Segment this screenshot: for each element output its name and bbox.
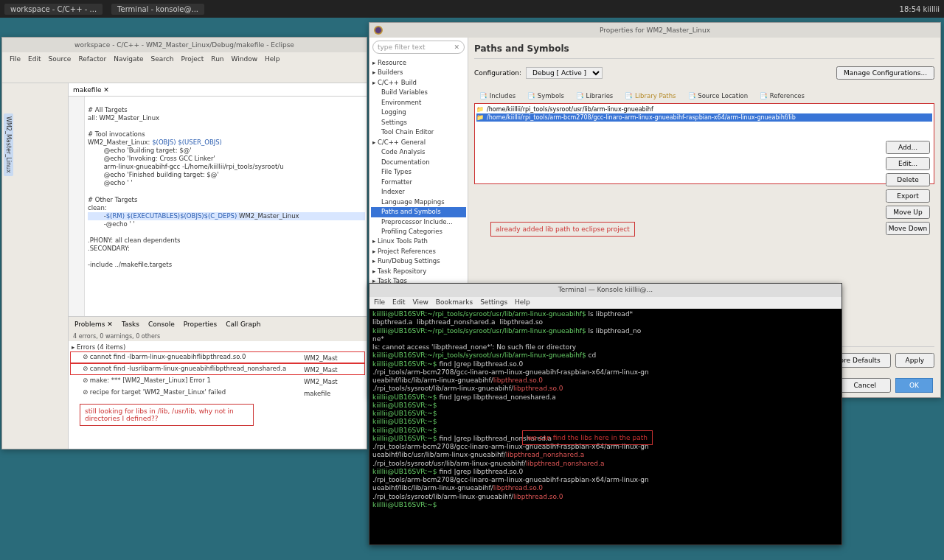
bottom-tabs[interactable]: Problems ✕TasksConsolePropertiesCall Gra… [69, 317, 367, 332]
tree-builders[interactable]: ▸ Builders [371, 68, 466, 77]
tree-task-repository[interactable]: ▸ Task Repository [371, 267, 466, 276]
edit-button[interactable]: Edit... [886, 157, 930, 170]
eclipse-window: workspace - C/C++ - WM2_Master_Linux/Deb… [1, 37, 367, 449]
terminal-window: Terminal — Konsole kiillii@... FileEditV… [369, 283, 842, 545]
eclipse-menubar[interactable]: FileEditSourceRefactorNavigateSearchProj… [2, 52, 367, 66]
term-menu-bookmarks[interactable]: Bookmarks [436, 298, 473, 307]
problems-pane: Problems ✕TasksConsolePropertiesCall Gra… [69, 316, 367, 449]
tree-project-references[interactable]: ▸ Project References [371, 247, 466, 256]
tab-tasks[interactable]: Tasks [119, 319, 142, 329]
library-paths-list[interactable]: /home/kiillii/rpi_tools/sysroot/usr/lib/… [474, 103, 934, 184]
menu-help[interactable]: Help [262, 55, 283, 63]
config-select[interactable]: Debug [ Active ] [526, 67, 603, 79]
tab-sourcelocation[interactable]: 📑 Source Location [683, 90, 754, 102]
menu-refactor[interactable]: Refactor [75, 55, 109, 63]
desktop-taskbar: workspace - C/C++ - ... Terminal - konso… [0, 0, 944, 18]
moveup-button[interactable]: Move Up [886, 206, 930, 219]
path-buttons: Add...Edit...DeleteExportMove UpMove Dow… [886, 141, 930, 235]
menu-navigate[interactable]: Navigate [111, 55, 146, 63]
tree-indexer[interactable]: Indexer [371, 187, 466, 197]
problems-list[interactable]: ▸ Errors (4 items)⊘ cannot find -lbarm-l… [69, 341, 367, 449]
menu-source[interactable]: Source [46, 55, 74, 63]
add-button[interactable]: Add... [886, 141, 930, 154]
term-menu-settings[interactable]: Settings [480, 298, 507, 307]
tab-problems[interactable]: Problems ✕ [72, 319, 116, 329]
problem-row[interactable]: ⊘ recipe for target 'WM2_Master_Linux' f… [70, 387, 365, 399]
library-path-row[interactable]: /home/kiillii/rpi_tools/sysroot/usr/lib/… [476, 105, 932, 113]
tree-code-analysis[interactable]: Code Analysis [371, 147, 466, 157]
paths-tabs[interactable]: 📑 Includes📑 Symbols📑 Libraries📑 Library … [474, 90, 934, 102]
tree-linux-tools-path[interactable]: ▸ Linux Tools Path [371, 237, 466, 246]
tree-paths-and-symbols[interactable]: Paths and Symbols [371, 207, 466, 217]
term-menu-help[interactable]: Help [515, 298, 530, 307]
menu-edit[interactable]: Edit [25, 55, 44, 63]
filter-input[interactable]: type filter text ✕ [372, 41, 465, 54]
cancel-button[interactable]: Cancel [839, 378, 892, 393]
tree-profiling-categories[interactable]: Profiling Categories [371, 227, 466, 237]
tree-run-debug-settings[interactable]: ▸ Run/Debug Settings [371, 256, 466, 266]
clear-icon[interactable]: ✕ [454, 43, 459, 51]
term-menu-edit[interactable]: Edit [392, 298, 405, 307]
annotation-added-path: already added lib path to eclipse projec… [490, 222, 635, 237]
terminal-title: Terminal — Konsole kiillii@... [369, 284, 841, 297]
annotation-found-libs: we can find the libs here in the path [522, 430, 653, 445]
project-item[interactable]: WM2_Master_Linux [4, 113, 13, 176]
eclipse-toolbar[interactable] [2, 66, 367, 83]
problems-summary: 4 errors, 0 warnings, 0 others [69, 332, 367, 341]
term-menu-view[interactable]: View [413, 298, 428, 307]
taskbar-clock: 18:54 kiillii [900, 5, 940, 13]
code-editor[interactable]: # All Targetsall: WM2_Master_Linux # Too… [69, 97, 367, 316]
tab-symbols[interactable]: 📑 Symbols [522, 90, 569, 102]
tree-environment[interactable]: Environment [371, 98, 466, 108]
problem-row[interactable]: ⊘ make: *** [WM2_Master_Linux] Error 1WM… [70, 375, 365, 387]
tab-console[interactable]: Console [145, 319, 178, 329]
tree-preprocessor-include-[interactable]: Preprocessor Include... [371, 217, 466, 227]
config-label: Configuration: [474, 69, 521, 77]
tree-language-mappings[interactable]: Language Mappings [371, 197, 466, 207]
menu-search[interactable]: Search [148, 55, 177, 63]
manage-config-button[interactable]: Manage Configurations... [836, 66, 934, 80]
terminal-menubar[interactable]: FileEditViewBookmarksSettingsHelp [369, 297, 841, 309]
menu-file[interactable]: File [7, 55, 24, 63]
menu-window[interactable]: Window [229, 55, 261, 63]
tree-resource[interactable]: ▸ Resource [371, 58, 466, 68]
export-button[interactable]: Export [886, 189, 930, 203]
tree-formatter[interactable]: Formatter [371, 178, 466, 187]
menu-run[interactable]: Run [208, 55, 226, 63]
taskbar-item-terminal[interactable]: Terminal - konsole@... [111, 4, 204, 15]
tab-includes[interactable]: 📑 Includes [474, 90, 521, 102]
delete-button[interactable]: Delete [886, 173, 930, 186]
tab-librarypaths[interactable]: 📑 Library Paths [620, 90, 681, 102]
problem-row[interactable]: ⊘ cannot find -lbarm-linux-gnueabihflibp… [70, 351, 365, 363]
editor-tab[interactable]: makefile ✕ [69, 83, 367, 97]
tree-file-types[interactable]: File Types [371, 167, 466, 177]
menu-project[interactable]: Project [178, 55, 206, 63]
problem-row[interactable]: ⊘ cannot find -lusrlibarm-linux-gnueabih… [70, 363, 365, 375]
tree-settings[interactable]: Settings [371, 118, 466, 127]
eclipse-icon [374, 26, 383, 35]
term-menu-file[interactable]: File [374, 298, 385, 307]
terminal-output[interactable]: kiillii@UB16SVR:~/rpi_tools/sysroot/usr/… [369, 309, 841, 545]
tab-references[interactable]: 📑 References [754, 90, 810, 102]
tree-logging[interactable]: Logging [371, 108, 466, 117]
tree-tool-chain-editor[interactable]: Tool Chain Editor [371, 127, 466, 137]
apply-button[interactable]: Apply [895, 353, 934, 368]
tab-libraries[interactable]: 📑 Libraries [571, 90, 618, 102]
project-explorer[interactable]: WM2_Master_Linux [2, 83, 69, 449]
movedown-button[interactable]: Move Down [886, 222, 930, 235]
library-path-row[interactable]: /home/kiillii/rpi_tools/arm-bcm2708/gcc-… [476, 113, 932, 122]
annotation-question: still looking for libs in /lib, /usr/lib… [80, 404, 254, 426]
ok-button[interactable]: OK [895, 378, 933, 393]
tree-build-variables[interactable]: Build Variables [371, 88, 466, 97]
properties-title: Properties for WM2_Master_Linux [369, 23, 940, 38]
tree-c-c-build[interactable]: ▸ C/C++ Build [371, 78, 466, 88]
eclipse-title: workspace - C/C++ - WM2_Master_Linux/Deb… [2, 38, 367, 52]
tab-callgraph[interactable]: Call Graph [223, 319, 263, 329]
page-title: Paths and Symbols [474, 43, 934, 59]
tree-documentation[interactable]: Documentation [371, 158, 466, 167]
tree-c-c-general[interactable]: ▸ C/C++ General [371, 138, 466, 147]
taskbar-item-workspace[interactable]: workspace - C/C++ - ... [4, 4, 103, 15]
tab-properties[interactable]: Properties [181, 319, 220, 329]
